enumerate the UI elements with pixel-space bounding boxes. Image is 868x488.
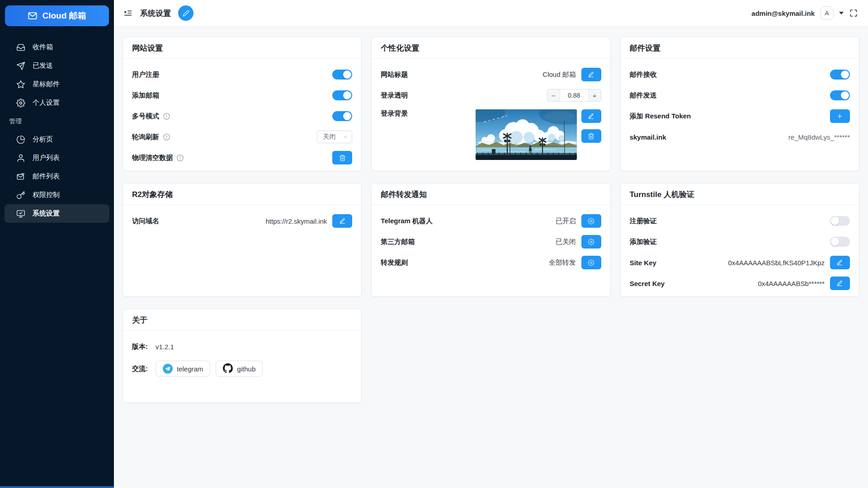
user-icon [16,154,25,163]
setting-row: Site Key 0x4AAAAAABSbLfKS40P1JKpz [630,256,850,269]
purge-data-button[interactable] [332,151,352,164]
card-forward-notify: 邮件转发通知 Telegram 机器人 已开启 第三方邮箱 已关闭 [371,183,610,297]
sidebar-bottom-accent [0,486,114,488]
delete-background-button[interactable] [581,129,601,143]
sidebar-item-users[interactable]: 用户列表 [5,149,109,167]
increase-button[interactable]: + [588,89,601,101]
setting-row: 登录背景 [381,109,601,160]
info-icon[interactable] [163,113,170,120]
brand-logo[interactable]: Cloud 邮箱 [5,5,109,26]
github-link-label: github [237,365,255,373]
setting-label: 添加 Resend Token [630,112,691,121]
edit-icon [588,71,594,78]
setting-label: 轮询刷新 [132,133,159,141]
version-label: 版本: [132,343,156,351]
card-title: R2对象存储 [123,183,361,205]
brand-name: Cloud 邮箱 [42,10,86,22]
edit-background-button[interactable] [581,109,601,123]
sidebar-item-permissions[interactable]: 权限控制 [5,186,109,204]
edit-secret-key-button[interactable] [830,277,850,290]
site-title-value: Cloud 邮箱 [542,70,576,79]
contact-row: 交流: telegram github [132,361,352,377]
multi-account-toggle[interactable] [332,111,352,121]
card-website-settings: 网站设置 用户注册 添加邮箱 多号模式 [123,37,362,171]
setting-row: 网站标题 Cloud 邮箱 [381,68,601,81]
edit-icon [339,218,346,225]
token-masked-value: re_Mq8dwLys_****** [788,133,850,141]
card-title: 邮件转发通知 [372,183,610,205]
r2-domain-value: https://r2.skymail.ink [265,217,327,225]
chevron-down-icon [343,134,348,140]
site-key-value: 0x4AAAAAABSbLfKS40P1JKpz [728,259,825,267]
mail-send-toggle[interactable] [830,90,850,100]
decrease-button[interactable]: − [547,89,560,101]
telegram-link-button[interactable]: telegram [156,361,210,377]
add-verify-toggle[interactable] [830,237,850,247]
sidebar-item-system-settings[interactable]: 系统设置 [5,204,109,223]
sidebar-item-mail-list[interactable]: 邮件列表 [5,167,109,186]
info-icon[interactable] [163,133,170,141]
setting-row: 添加 Resend Token [630,109,850,123]
monitor-check-icon [16,209,25,218]
login-opacity-stepper: − + [547,89,601,102]
setting-label: Telegram 机器人 [381,217,433,225]
setting-label: 注册验证 [630,217,657,225]
card-mail-settings: 邮件设置 邮件接收 邮件发送 添加 Resend Token skymail.i… [620,37,859,171]
setting-label: Secret Key [630,280,665,287]
fullscreen-icon[interactable] [849,9,858,18]
telegram-link-label: telegram [177,365,203,373]
sidebar-item-sent[interactable]: 已发送 [5,56,109,75]
setting-label: 添加邮箱 [132,91,159,100]
polling-refresh-select[interactable]: 关闭 [317,131,352,143]
sidebar-item-label: 个人设置 [33,99,60,107]
setting-row: 多号模式 [132,109,352,123]
gear-icon [16,99,25,108]
pie-chart-icon [16,135,25,144]
setting-row: 转发规则 全部转发 [381,256,601,269]
avatar[interactable]: A [820,6,834,20]
setting-label: 网站标题 [381,70,408,79]
edit-page-button[interactable] [178,5,193,21]
register-verify-toggle[interactable] [830,216,850,226]
sidebar-item-analytics[interactable]: 分析页 [5,130,109,149]
gear-icon [588,239,594,245]
setting-row: 邮件接收 [630,68,850,81]
settings-grid: 网站设置 用户注册 添加邮箱 多号模式 [114,27,868,413]
sidebar-item-personal-settings[interactable]: 个人设置 [5,94,109,112]
chevron-down-icon[interactable] [839,12,844,14]
add-resend-token-button[interactable] [830,109,850,123]
add-mailbox-toggle[interactable] [332,90,352,100]
setting-row: Telegram 机器人 已开启 [381,214,601,228]
account-email: admin@skymail.ink [751,9,815,17]
page-title: 系统设置 [140,8,171,19]
edit-r2-domain-button[interactable] [332,214,352,228]
contact-label: 交流: [132,365,156,373]
card-turnstile: Turnstile 人机验证 注册验证 添加验证 Site Key 0x4AAA… [620,183,859,297]
setting-row: 注册验证 [630,214,850,228]
token-domain: skymail.ink [630,133,666,141]
pencil-icon [183,10,189,17]
setting-row: 物理清空数据 [132,151,352,164]
telegram-settings-button[interactable] [581,214,601,228]
edit-site-title-button[interactable] [581,68,601,81]
info-icon[interactable] [176,154,184,162]
setting-label: 登录背景 [381,109,408,118]
card-title: 网站设置 [123,37,361,59]
github-icon [223,363,233,375]
sidebar-collapse-icon[interactable] [123,8,133,18]
edit-site-key-button[interactable] [830,256,850,269]
github-link-button[interactable]: github [216,361,263,377]
trash-icon [339,155,346,161]
setting-label: 登录透明 [381,91,408,100]
setting-label: 第三方邮箱 [381,238,415,246]
opacity-input[interactable] [560,89,588,101]
user-register-toggle[interactable] [332,70,352,80]
setting-label: 转发规则 [381,258,408,267]
sidebar-item-label: 收件箱 [33,43,53,52]
mail-receive-toggle[interactable] [830,70,850,80]
sidebar-item-label: 星标邮件 [33,80,60,89]
sidebar-item-inbox[interactable]: 收件箱 [5,38,109,56]
forward-rule-settings-button[interactable] [581,256,601,269]
third-party-settings-button[interactable] [581,235,601,249]
sidebar-item-starred[interactable]: 星标邮件 [5,75,109,94]
